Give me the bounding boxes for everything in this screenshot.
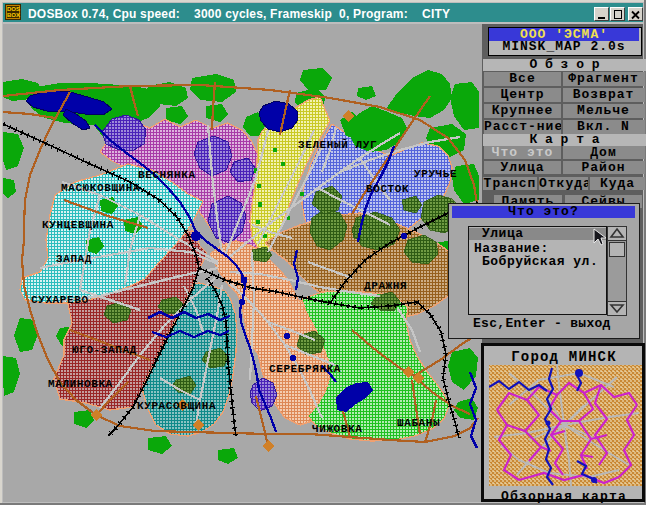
svg-text:ЧИЖОВКА: ЧИЖОВКА (312, 423, 362, 435)
svg-text:КУРАСОВЩИНА: КУРАСОВЩИНА (137, 400, 216, 412)
svg-text:ШАБАНЫ: ШАБАНЫ (397, 417, 440, 429)
svg-text:МАЛИНОВКА: МАЛИНОВКА (48, 378, 113, 390)
svg-text:СЕРЕБРЯНКА: СЕРЕБРЯНКА (269, 363, 341, 375)
svg-text:УРУЧЬЕ: УРУЧЬЕ (414, 168, 457, 180)
svg-text:ВЕСНЯНКА: ВЕСНЯНКА (138, 169, 196, 181)
svg-text:ДРАЖНЯ: ДРАЖНЯ (364, 280, 407, 292)
svg-text:ЗЕЛЕНЫЙ ЛУГ: ЗЕЛЕНЫЙ ЛУГ (298, 138, 377, 151)
svg-text:ВОСТОК: ВОСТОК (366, 183, 409, 195)
svg-text:СУХАРЕВО: СУХАРЕВО (31, 294, 89, 306)
svg-text:КУНЦЕВЩИНА: КУНЦЕВЩИНА (42, 219, 114, 231)
svg-text:МАСЮКОВЩИНА: МАСЮКОВЩИНА (61, 182, 140, 194)
svg-text:ЮГО-ЗАПАД: ЮГО-ЗАПАД (72, 344, 137, 356)
svg-text:ЗАПАД: ЗАПАД (56, 253, 92, 265)
